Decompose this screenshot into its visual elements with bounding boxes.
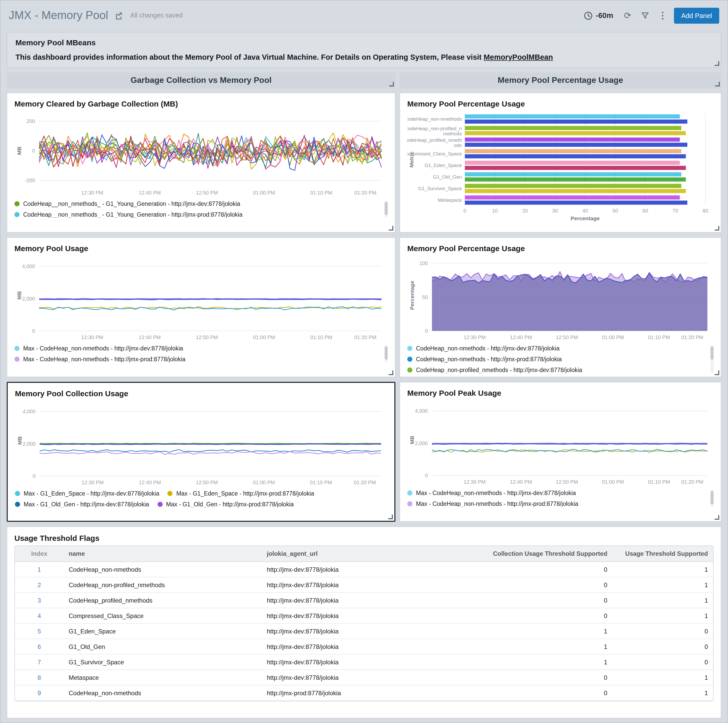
legend-dot bbox=[407, 346, 412, 351]
table-cell: 0 bbox=[486, 608, 612, 624]
legend-scrollbar-thumb[interactable] bbox=[385, 202, 388, 215]
svg-text:100: 100 bbox=[419, 260, 428, 266]
legend-dot bbox=[407, 490, 412, 496]
pool-peak-line-chart[interactable]: 4,0002,0000MB12:30 PM12:40 PM12:50 PM01:… bbox=[407, 400, 714, 487]
legend-dot bbox=[407, 368, 412, 372]
table-cell: 1 bbox=[612, 685, 713, 701]
dashboard-header: JMX - Memory Pool All changes saved -60m… bbox=[7, 4, 721, 27]
filter-icon[interactable] bbox=[639, 9, 651, 21]
legend-scrollbar[interactable] bbox=[711, 345, 714, 373]
pool-collection-line-chart[interactable]: 4,0002,0000MB12:30 PM12:40 PM12:50 PM01:… bbox=[15, 401, 387, 487]
table-cell: 1 bbox=[486, 654, 612, 670]
svg-text:01:10 PM: 01:10 PM bbox=[648, 334, 670, 340]
svg-text:12:40 PM: 12:40 PM bbox=[510, 479, 532, 485]
svg-text:01:20 PM: 01:20 PM bbox=[681, 334, 703, 340]
legend-scrollbar[interactable] bbox=[385, 201, 388, 218]
svg-text:01:00 PM: 01:00 PM bbox=[602, 334, 624, 340]
panel-memory-pool-peak-usage: Memory Pool Peak Usage 4,0002,0000MB12:3… bbox=[399, 382, 721, 522]
legend-scrollbar[interactable] bbox=[711, 490, 714, 507]
resize-handle[interactable] bbox=[714, 226, 719, 230]
resize-handle[interactable] bbox=[389, 82, 394, 87]
chart-title: Memory Pool Peak Usage bbox=[407, 389, 714, 397]
chart-title: Memory Pool Percentage Usage bbox=[407, 244, 714, 253]
svg-text:4,000: 4,000 bbox=[415, 408, 428, 414]
svg-text:01:10 PM: 01:10 PM bbox=[310, 480, 332, 485]
share-icon[interactable] bbox=[114, 11, 123, 20]
resize-handle[interactable] bbox=[714, 515, 719, 520]
cell-index: 7 bbox=[15, 654, 64, 670]
kebab-menu-icon[interactable]: ⋮ bbox=[656, 9, 669, 21]
chart-legend: Max - CodeHeap_non-nmethods - http://jmx… bbox=[407, 490, 714, 507]
panel-memory-pool-percentage-area: Memory Pool Percentage Usage 100500Perce… bbox=[399, 237, 721, 377]
refresh-icon[interactable]: ⟳ bbox=[621, 9, 634, 21]
legend-scrollbar-thumb[interactable] bbox=[711, 491, 714, 504]
legend-label: Max - CodeHeap_non-nmethods - http://jmx… bbox=[23, 345, 183, 351]
intro-body: This dashboard provides information abou… bbox=[15, 53, 713, 61]
legend-scrollbar-thumb[interactable] bbox=[385, 346, 388, 360]
legend-label: Max - CodeHeap_non-nmethods - http://jmx… bbox=[416, 490, 576, 496]
svg-text:2,000: 2,000 bbox=[415, 441, 428, 446]
legend-item: Max - CodeHeap_non-nmethods - http://jmx… bbox=[14, 356, 379, 362]
memorypoolmbean-link[interactable]: MemoryPoolMBean bbox=[484, 53, 553, 61]
legend-item: CodeHeap_non-nmethods - http://jmx-prod:… bbox=[407, 356, 562, 362]
svg-text:Percentage: Percentage bbox=[570, 215, 600, 221]
legend-dot bbox=[14, 346, 20, 351]
page-title: JMX - Memory Pool bbox=[9, 9, 108, 22]
resize-handle[interactable] bbox=[388, 515, 393, 519]
cell-index: 3 bbox=[15, 593, 64, 608]
legend-dot bbox=[407, 357, 412, 362]
resize-handle[interactable] bbox=[714, 371, 719, 375]
legend-item: Max - CodeHeap_non-nmethods - http://jmx… bbox=[14, 345, 379, 351]
table-cell: 0 bbox=[486, 593, 612, 608]
cell-index: 5 bbox=[15, 624, 64, 639]
cell-index: 9 bbox=[15, 685, 64, 701]
svg-text:G1_Old_Gen: G1_Old_Gen bbox=[433, 174, 462, 180]
svg-text:CodeHeap_non-nmethods: CodeHeap_non-nmethods bbox=[407, 116, 462, 122]
svg-text:20: 20 bbox=[522, 208, 528, 214]
add-panel-button[interactable]: Add Panel bbox=[674, 8, 719, 23]
svg-text:12:40 PM: 12:40 PM bbox=[510, 334, 532, 340]
panel-grid: Garbage Collection vs Memory Pool Memory… bbox=[7, 73, 721, 522]
resize-handle[interactable] bbox=[715, 82, 720, 87]
gc-line-chart[interactable]: 2000-200MB12:30 PM12:40 PM12:50 PM01:00 … bbox=[14, 111, 388, 198]
pool-percentage-bar-chart[interactable]: 01020304050607080PercentageMetricCodeHea… bbox=[407, 111, 714, 222]
table-cell: 0 bbox=[486, 562, 612, 577]
table-cell: 1 bbox=[612, 562, 713, 577]
right-column: Memory Pool Percentage Usage Memory Pool… bbox=[399, 73, 721, 522]
svg-text:0: 0 bbox=[463, 208, 466, 214]
table-cell: CodeHeap_non-profiled_nmethods bbox=[64, 577, 262, 593]
table-title: Usage Threshold Flags bbox=[14, 534, 714, 542]
svg-text:12:50 PM: 12:50 PM bbox=[556, 334, 578, 340]
table-cell: 0 bbox=[612, 624, 713, 639]
svg-text:12:50 PM: 12:50 PM bbox=[196, 480, 218, 485]
pool-usage-line-chart[interactable]: 4,0002,0000MB12:30 PM12:40 PM12:50 PM01:… bbox=[14, 256, 388, 342]
time-range-value: -60m bbox=[596, 11, 613, 20]
resize-handle[interactable] bbox=[389, 226, 393, 230]
time-range-control[interactable]: -60m bbox=[584, 11, 613, 20]
table-cell: G1_Survivor_Space bbox=[64, 654, 262, 670]
table-cell: http://jmx-dev:8778/jolokia bbox=[262, 624, 486, 639]
resize-handle[interactable] bbox=[714, 61, 719, 66]
resize-handle[interactable] bbox=[389, 371, 393, 375]
intro-title: Memory Pool MBeans bbox=[15, 38, 713, 47]
svg-text:01:20 PM: 01:20 PM bbox=[354, 190, 376, 195]
svg-text:12:50 PM: 12:50 PM bbox=[556, 479, 578, 485]
panel-memory-cleared-gc: Memory Cleared by Garbage Collection (MB… bbox=[7, 93, 395, 233]
svg-text:12:50 PM: 12:50 PM bbox=[196, 334, 218, 340]
svg-text:0: 0 bbox=[32, 148, 35, 154]
table-cell: 0 bbox=[612, 654, 713, 670]
chart-legend: CodeHeap_non-nmethods - http://jmx-dev:8… bbox=[407, 345, 714, 373]
legend-scrollbar[interactable] bbox=[385, 345, 388, 362]
svg-text:MB: MB bbox=[17, 436, 23, 445]
svg-text:80: 80 bbox=[702, 208, 708, 214]
section-header-label: Memory Pool Percentage Usage bbox=[498, 76, 623, 85]
svg-text:12:50 PM: 12:50 PM bbox=[196, 190, 218, 195]
pool-percentage-area-chart[interactable]: 100500Percentage12:30 PM12:40 PM12:50 PM… bbox=[407, 256, 714, 342]
svg-text:methodsCodeHeap_non-profiled_n: methodsCodeHeap_non-profiled_n bbox=[407, 126, 462, 136]
svg-text:MB: MB bbox=[16, 146, 22, 155]
table-row: 8Metaspacehttp://jmx-dev:8778/jolokia01 bbox=[15, 670, 713, 685]
svg-text:60: 60 bbox=[642, 208, 648, 214]
legend-scrollbar-thumb[interactable] bbox=[711, 346, 714, 360]
legend-dot bbox=[14, 201, 20, 206]
table-cell: 1 bbox=[612, 670, 713, 685]
